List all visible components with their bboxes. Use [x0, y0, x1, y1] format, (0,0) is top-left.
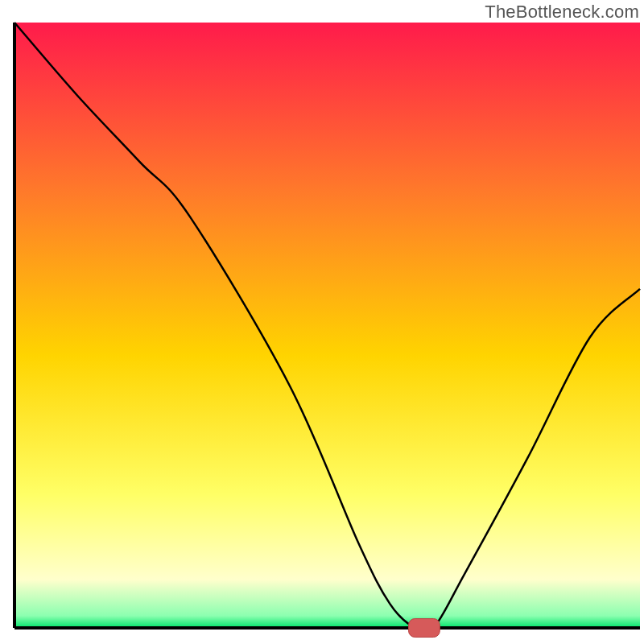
- watermark-text: TheBottleneck.com: [485, 2, 639, 23]
- bottleneck-chart: [0, 0, 644, 644]
- plot-background: [14, 23, 640, 628]
- chart-container: { "watermark": "TheBottleneck.com", "col…: [0, 0, 644, 644]
- optimal-marker: [409, 618, 440, 637]
